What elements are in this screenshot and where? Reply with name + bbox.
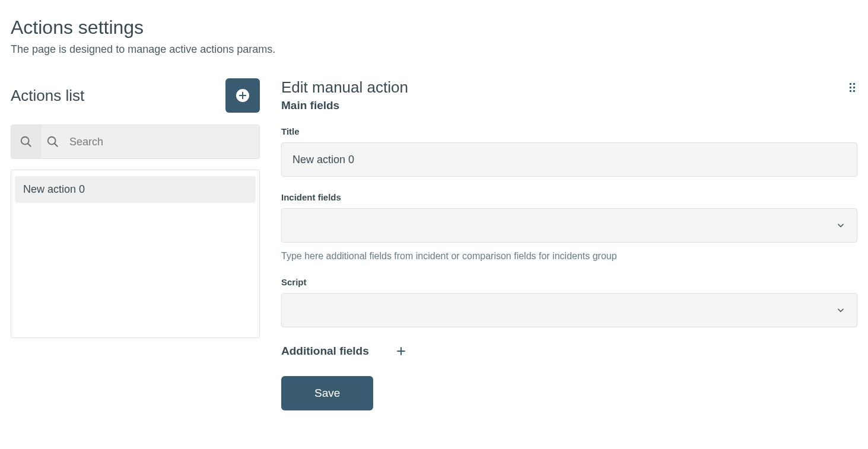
save-button[interactable]: Save	[281, 376, 373, 410]
incident-fields-label: Incident fields	[281, 192, 857, 202]
kebab-icon	[850, 87, 855, 88]
search-field-icon-box	[41, 135, 65, 148]
actions-list-sidebar: Actions list	[11, 78, 260, 410]
search-button[interactable]	[11, 125, 41, 158]
svg-point-5	[48, 137, 56, 145]
kebab-icon	[850, 90, 855, 92]
actions-list-title: Actions list	[11, 87, 84, 105]
svg-rect-2	[239, 95, 246, 96]
incident-fields-select[interactable]	[281, 208, 857, 243]
chevron-down-icon	[835, 220, 846, 231]
svg-line-4	[27, 144, 31, 147]
page-title: Actions settings	[11, 17, 857, 39]
incident-field-group: Incident fields Type here additional fie…	[281, 192, 857, 262]
search-input[interactable]	[65, 125, 259, 158]
kebab-icon	[850, 83, 855, 85]
more-options-button[interactable]	[847, 81, 857, 94]
svg-line-6	[55, 144, 58, 147]
search-icon	[46, 135, 59, 148]
script-label: Script	[281, 277, 857, 287]
additional-fields-row: Additional fields	[281, 343, 857, 359]
edit-action-form: Edit manual action Main fields Title Inc…	[281, 78, 857, 410]
add-additional-field-button[interactable]	[393, 343, 409, 359]
additional-fields-title: Additional fields	[281, 345, 369, 358]
title-field-group: Title	[281, 126, 857, 177]
form-title: Edit manual action	[281, 78, 408, 97]
svg-point-3	[21, 137, 28, 145]
search-icon	[20, 135, 33, 148]
search-bar	[11, 125, 260, 159]
page-subtitle: The page is designed to manage active ac…	[11, 43, 857, 56]
plus-circle-icon	[236, 88, 250, 103]
title-input[interactable]	[281, 142, 857, 177]
title-label: Title	[281, 126, 857, 136]
list-item[interactable]: New action 0	[15, 176, 256, 203]
incident-fields-helper: Type here additional fields from inciden…	[281, 251, 857, 262]
actions-list[interactable]: New action 0	[11, 170, 260, 338]
script-field-group: Script	[281, 277, 857, 327]
script-select[interactable]	[281, 293, 857, 327]
chevron-down-icon	[835, 305, 846, 316]
add-action-button[interactable]	[225, 78, 260, 113]
plus-icon	[395, 345, 407, 357]
main-fields-section-title: Main fields	[281, 99, 857, 112]
